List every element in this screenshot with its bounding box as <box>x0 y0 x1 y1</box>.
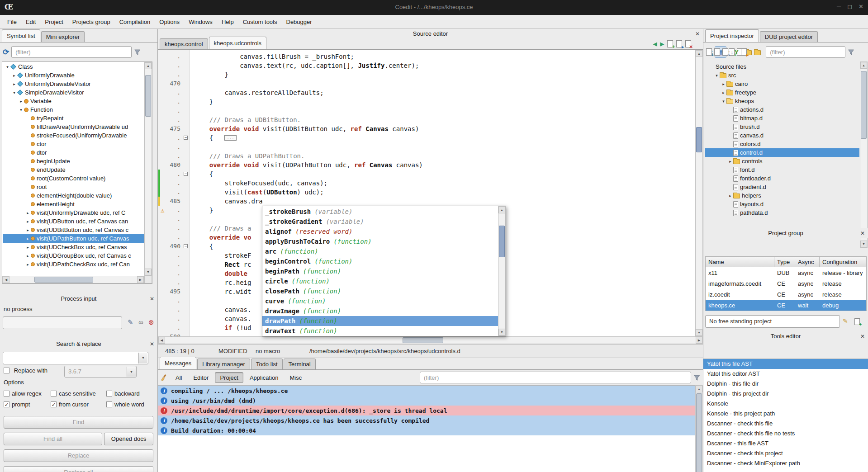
scroll-right-icon[interactable]: ▶ <box>137 276 144 283</box>
symbol-item[interactable]: ▸visit(UniformlyDrawable udc, ref C <box>3 208 144 217</box>
symbol-filter-input[interactable] <box>11 46 132 58</box>
chevron-down-icon[interactable]: ▼ <box>138 353 147 363</box>
symbol-item[interactable]: ▸visit(UDBitButton udc, ref Canvas c <box>3 226 144 234</box>
column-header-type[interactable]: Type <box>774 257 795 267</box>
scroll-up-icon[interactable]: ▲ <box>696 386 702 392</box>
message-row[interactable]: iBuild duration: 00:00:04 <box>158 425 695 435</box>
expander-icon[interactable]: ▸ <box>727 159 733 164</box>
file-item[interactable]: ▸freetype <box>705 88 859 97</box>
close-button[interactable]: ✕ <box>859 3 863 10</box>
menu-help[interactable]: Help <box>217 17 238 27</box>
pin-input-icon[interactable]: ∞ <box>138 318 143 326</box>
scrollbar-thumb[interactable] <box>403 337 443 343</box>
completion-item[interactable]: applyBrushToCairo(function) <box>262 236 498 246</box>
add-free-project-icon[interactable]: + <box>854 317 860 325</box>
open-document-icon[interactable]: ▸ <box>676 40 682 47</box>
symbol-item[interactable]: ▸UniformlyDrawable <box>3 71 144 80</box>
scroll-up-icon[interactable]: ▲ <box>498 207 505 213</box>
column-header-configuration[interactable]: Configuration <box>820 257 866 267</box>
completion-item[interactable]: beginControl(function) <box>262 256 498 266</box>
menu-projects-group[interactable]: Projects group <box>68 17 115 27</box>
maximize-button[interactable]: ◻ <box>847 3 852 10</box>
file-item[interactable]: ▸helpers <box>705 191 859 200</box>
close-document-icon[interactable]: ✕ <box>685 40 691 47</box>
tool-item[interactable]: Yatol this editor AST <box>703 369 868 379</box>
option-prompt[interactable]: ✓prompt <box>4 399 51 410</box>
scroll-left-icon[interactable]: ◀ <box>3 276 9 283</box>
code-line[interactable]: . canvas.restoreAllDefaults; <box>158 88 695 97</box>
chevron-down-icon[interactable]: ▼ <box>127 367 136 377</box>
messages-vscrollbar[interactable]: ▲ ▼ <box>695 385 703 472</box>
replace-with-checkbox[interactable] <box>4 368 9 373</box>
add-tool-icon[interactable]: + <box>706 48 712 56</box>
tab-messages[interactable]: Messages <box>160 357 196 369</box>
next-document-icon[interactable]: ▶ <box>660 41 664 47</box>
checkbox[interactable] <box>51 391 57 396</box>
tool-item[interactable]: Yatol this file AST <box>703 359 868 369</box>
scroll-down-icon[interactable]: ▼ <box>860 241 867 247</box>
completion-item[interactable]: _strokeBrush(variable) <box>262 207 498 217</box>
tab-dub-project-editor[interactable]: DUB project editor <box>760 31 818 42</box>
scrollbar-thumb[interactable] <box>145 75 151 117</box>
expander-icon[interactable]: ▸ <box>721 82 726 86</box>
symbol-item[interactable]: ▸visit(UDGroupBox udc, ref Canvas c <box>3 251 144 260</box>
close-icon[interactable]: ✕ <box>860 331 865 341</box>
messages-filter-input[interactable] <box>420 372 691 383</box>
expander-icon[interactable]: ▸ <box>25 228 31 232</box>
file-item[interactable]: actions.d <box>705 105 859 114</box>
move-tool-up-icon[interactable]: ↑ <box>736 49 739 56</box>
symbol-item[interactable]: tryRepaint <box>3 114 144 123</box>
search-term-combo[interactable]: ▼ <box>3 352 148 364</box>
editor-vscrollbar[interactable]: ▲ ▼ <box>695 50 703 336</box>
symbol-item[interactable]: ▸visit(UDCheckBox udc, ref Canvas <box>3 243 144 251</box>
message-row[interactable]: !/usr/include/dmd/druntime/import/core/e… <box>158 406 695 415</box>
option-case-sensitive[interactable]: case sensitive <box>51 388 106 399</box>
minimize-button[interactable]: ─ <box>837 3 841 10</box>
filter-misc[interactable]: Misc <box>285 372 307 383</box>
symbol-item[interactable]: root <box>3 183 144 191</box>
completion-item[interactable]: beginPath(function) <box>262 266 498 276</box>
expander-icon[interactable]: ▸ <box>11 73 17 78</box>
code-line[interactable]: . /// Draws a UDBitButton. <box>158 115 695 124</box>
filter-funnel-icon[interactable] <box>134 49 141 56</box>
menu-edit[interactable]: Edit <box>21 17 40 27</box>
completion-vscrollbar[interactable]: ▲ ▼ <box>498 206 506 336</box>
file-item[interactable]: font.d <box>705 165 859 174</box>
tool-item[interactable]: Konsole <box>703 399 868 409</box>
menu-debugger[interactable]: Debugger <box>282 17 317 27</box>
code-line[interactable]: 470 <box>158 79 695 88</box>
cancel-process-icon[interactable]: ⊗ <box>148 318 154 326</box>
tool-item[interactable]: Dscanner - check this project <box>703 448 868 458</box>
symbol-item[interactable]: elementHeight <box>3 200 144 208</box>
checkbox[interactable] <box>106 401 112 407</box>
code-line[interactable]: . } <box>158 97 695 106</box>
option-whole-word[interactable]: whole word <box>106 399 144 410</box>
file-item[interactable]: ▾src <box>705 71 859 80</box>
code-line[interactable]: . visit(cast(UDButton) udc); <box>158 188 695 197</box>
file-item[interactable]: control.d <box>705 148 859 157</box>
completion-item[interactable]: drawPath(function) <box>262 316 498 326</box>
tool-item[interactable]: Konsole - this project path <box>703 409 868 419</box>
files-tree-vscrollbar[interactable]: ▲ ▼ <box>860 61 868 248</box>
refresh-icon[interactable]: ⟳ <box>3 48 9 56</box>
code-line[interactable]: 475 override void visit(UDBitButton udc,… <box>158 124 695 133</box>
file-item[interactable]: layouts.d <box>705 200 859 208</box>
expander-icon[interactable]: ▸ <box>25 236 31 241</box>
expander-icon[interactable]: ▸ <box>25 245 31 250</box>
symbol-item[interactable]: strokeFocused(UniformlyDrawable <box>3 131 144 140</box>
tool-item[interactable]: Dscan­ner - check MiniExplorer path <box>703 458 868 468</box>
scroll-up-icon[interactable]: ▲ <box>696 50 702 57</box>
find-all-button[interactable]: Find all <box>4 433 102 445</box>
scroll-up-icon[interactable]: ▲ <box>145 62 152 69</box>
filter-editor[interactable]: Editor <box>188 372 213 383</box>
expander-icon[interactable]: ▸ <box>25 262 31 267</box>
scroll-left-icon[interactable]: ◀ <box>158 337 165 344</box>
remove-tool-icon[interactable]: − <box>714 48 720 56</box>
message-row[interactable]: i/home/basile/dev/projects/kheops/kheops… <box>158 415 695 425</box>
code-line[interactable]: 485 canvas.dra <box>158 197 695 206</box>
message-row[interactable]: icompiling / ... /kheops/kheops.ce <box>158 386 695 396</box>
option-backward[interactable]: backward <box>106 388 140 399</box>
tab-symbol-list[interactable]: Symbol list <box>2 29 40 42</box>
symbol-item[interactable]: ▸visit(UDButton udc, ref Canvas can <box>3 217 144 226</box>
message-row[interactable]: iusing /usr/bin/dmd (dmd) <box>158 396 695 406</box>
